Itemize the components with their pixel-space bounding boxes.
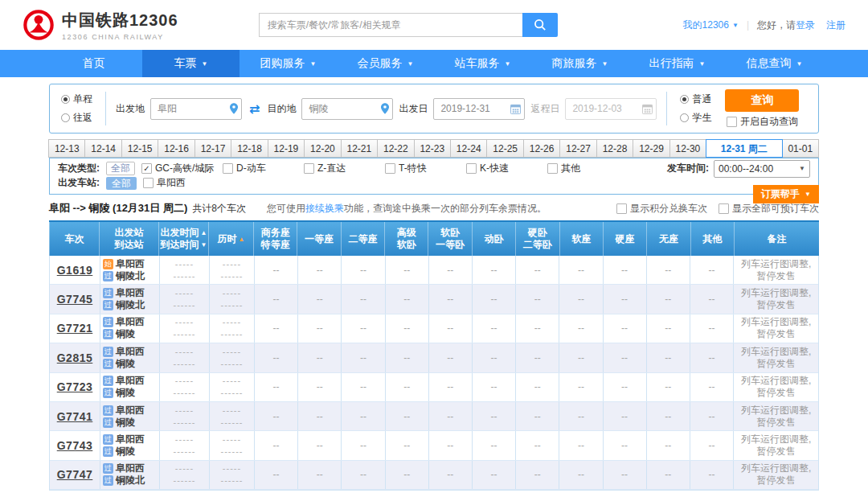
train-type-checkbox[interactable]: 其他 <box>547 162 628 175</box>
date-tab[interactable]: 12-30 <box>669 139 706 158</box>
train-number-link[interactable]: G1619 <box>57 264 93 277</box>
show-all-bookable-checkbox[interactable]: 显示全部可预订车次 <box>719 202 819 216</box>
seat-soft-cell: -- <box>559 285 602 313</box>
logo[interactable]: 中国铁路12306 12306 CHINA RAILWAY <box>23 9 178 41</box>
column-header[interactable]: 软卧 一等卧 <box>428 222 471 256</box>
my-12306-link[interactable]: 我的12306 <box>683 18 729 32</box>
train-type-checkbox[interactable]: D-动车 <box>223 162 304 175</box>
nav-item[interactable]: 首页 <box>45 50 142 77</box>
seat-standing-cell: -- <box>646 343 690 372</box>
column-header[interactable]: 动卧 <box>472 222 515 256</box>
nav-item[interactable]: 团购服务 ▼ <box>240 50 337 77</box>
seat-emu-sleeper-cell: -- <box>472 285 515 313</box>
date-tab[interactable]: 12-22 <box>377 139 414 158</box>
date-tab[interactable]: 12-26 <box>523 139 560 158</box>
nav-item[interactable]: 车票 ▼ <box>142 50 240 77</box>
return-date-label: 返程日 <box>530 102 559 116</box>
sort-asc-icon[interactable]: ▲ <box>201 227 207 239</box>
date-tab[interactable]: 12-16 <box>158 139 194 158</box>
trip-round-radio[interactable]: 往返 <box>61 111 92 125</box>
date-tab[interactable]: 12-21 <box>341 139 378 158</box>
query-button[interactable]: 查询 <box>725 89 799 112</box>
column-header[interactable]: 商务座 特等座 <box>253 222 297 256</box>
train-type-checkbox[interactable]: T-特快 <box>385 162 466 175</box>
register-link[interactable]: 注册 <box>826 18 845 32</box>
seat-business-cell: -- <box>254 431 297 459</box>
station-badge: 过 <box>103 376 113 386</box>
column-header[interactable]: 车次 <box>49 222 99 256</box>
train-number-link[interactable]: G7747 <box>57 468 93 481</box>
auto-query-checkbox[interactable]: 开启自动查询 <box>727 115 798 129</box>
date-tab[interactable]: 12-29 <box>633 139 669 158</box>
show-points-trains-checkbox[interactable]: 显示积分兑换车次 <box>616 202 707 216</box>
column-header[interactable]: 出发站 到达站 <box>99 222 158 256</box>
date-tab[interactable]: 12-18 <box>231 139 268 158</box>
depart-station-checkbox[interactable]: 阜阳西 <box>143 176 224 190</box>
sort-desc-icon[interactable]: ▼ <box>201 239 207 251</box>
train-number-link[interactable]: G7723 <box>57 380 93 393</box>
column-header[interactable]: 无座 <box>646 222 690 256</box>
train-type-checkbox[interactable]: Z-直达 <box>304 162 385 175</box>
nav-item[interactable]: 出行指南 ▼ <box>628 50 726 77</box>
booking-helper-button[interactable]: 订票帮手 ▼ <box>753 185 819 203</box>
all-types-button[interactable]: 全部 <box>106 162 135 175</box>
column-header[interactable]: 软座 <box>559 222 603 256</box>
train-number-link[interactable]: G7743 <box>57 439 93 452</box>
date-tab[interactable]: 12-23 <box>414 139 451 158</box>
column-header[interactable]: 硬卧 二等卧 <box>515 222 559 256</box>
train-number-link[interactable]: G2815 <box>57 351 93 364</box>
date-tab[interactable]: 01-01 <box>782 139 819 158</box>
date-tab[interactable]: 12-24 <box>450 139 487 158</box>
login-link[interactable]: 登录 <box>796 18 815 32</box>
sort-asc-icon[interactable]: ▲ <box>239 233 245 245</box>
nav-item[interactable]: 站车服务 ▼ <box>434 50 531 77</box>
seat-emu-sleeper-cell: -- <box>472 402 515 430</box>
date-tab[interactable]: 12-20 <box>304 139 341 158</box>
to-station: 铜陵北 <box>116 475 145 487</box>
nav-item[interactable]: 信息查询 ▼ <box>726 50 823 77</box>
seat-premium-soft-sleeper-cell: -- <box>385 314 428 343</box>
date-tab[interactable]: 12-31 周二 <box>706 139 782 158</box>
trip-single-radio[interactable]: 单程 <box>61 92 92 106</box>
seat-hard-sleeper-cell: -- <box>515 256 559 284</box>
passenger-normal-radio[interactable]: 普通 <box>680 92 711 106</box>
date-tab[interactable]: 12-14 <box>84 139 121 158</box>
nav-item-label: 出行指南 <box>649 56 694 71</box>
all-stations-button[interactable]: 全部 <box>106 177 137 190</box>
nav-item[interactable]: 商旅服务 ▼ <box>531 50 628 77</box>
column-header[interactable]: 出发时间 ▲ 到达时间 ▼ <box>158 222 208 256</box>
train-type-checkbox[interactable]: GC-高铁/城际 <box>141 162 223 175</box>
column-header[interactable]: 高级 软卧 <box>384 222 428 256</box>
column-header[interactable]: 历时 ▲ <box>208 222 253 256</box>
train-type-option-label: T-特快 <box>399 162 427 175</box>
column-header[interactable]: 备注 <box>734 222 819 256</box>
train-number-link[interactable]: G7721 <box>57 322 93 335</box>
passenger-student-radio[interactable]: 学生 <box>680 111 711 125</box>
date-tab[interactable]: 12-17 <box>194 139 231 158</box>
transfer-link[interactable]: 接续换乘 <box>305 203 344 214</box>
depart-time-select[interactable]: 00:00--24:00 ▼ <box>714 160 810 178</box>
from-input[interactable] <box>150 98 242 120</box>
column-header[interactable]: 其他 <box>690 222 734 256</box>
seat-emu-sleeper-cell: -- <box>472 343 515 372</box>
train-type-checkbox[interactable]: K-快速 <box>466 162 547 175</box>
nav-item[interactable]: 会员服务 ▼ <box>337 50 434 77</box>
date-tab[interactable]: 12-27 <box>559 139 596 158</box>
column-header[interactable]: 二等座 <box>341 222 384 256</box>
train-number-link[interactable]: G7741 <box>57 410 93 423</box>
date-tab[interactable]: 12-28 <box>596 139 633 158</box>
search-button[interactable] <box>522 13 558 37</box>
column-header[interactable]: 硬座 <box>603 222 646 256</box>
date-tab[interactable]: 12-25 <box>486 139 523 158</box>
column-header[interactable]: 一等座 <box>297 222 340 256</box>
date-tab[interactable]: 12-13 <box>48 139 85 158</box>
swap-stations-icon[interactable]: ⇄ <box>248 101 261 117</box>
transfer-tip: 您可使用接续换乘功能，查询途中换乘一次的部分列车余票情况。 <box>267 202 547 216</box>
seat-hard-cell: -- <box>603 343 646 372</box>
date-tab[interactable]: 12-15 <box>121 139 158 158</box>
train-number-link[interactable]: G7745 <box>57 293 93 306</box>
date-tab[interactable]: 12-19 <box>268 139 305 158</box>
search-input[interactable] <box>259 13 522 37</box>
to-input[interactable] <box>301 98 393 120</box>
seat-first-cell: -- <box>297 343 341 372</box>
